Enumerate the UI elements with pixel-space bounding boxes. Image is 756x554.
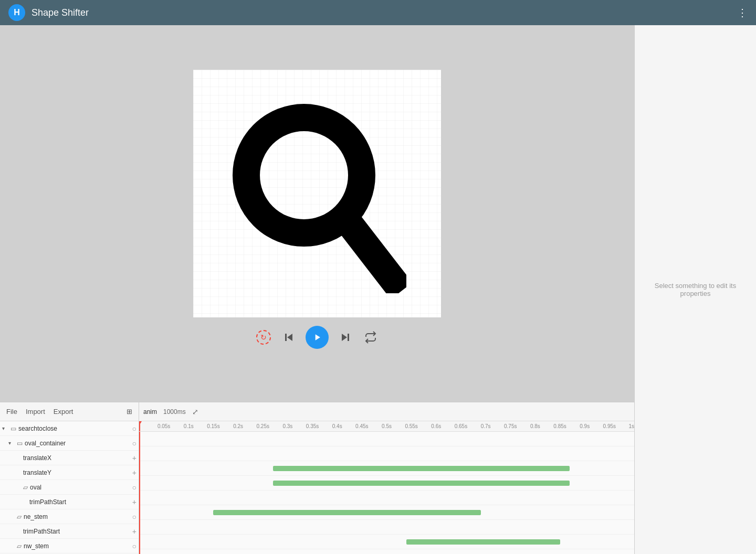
layer-item[interactable]: ▱ nw_stem ○ [0, 539, 139, 553]
visibility-icon[interactable]: ○ [132, 483, 136, 492]
time-marker: 0.95s [603, 423, 616, 429]
add-keyframe-icon[interactable]: + [132, 498, 136, 506]
reset-button[interactable]: ↻ [255, 329, 272, 346]
time-marker: 0.6s [431, 423, 441, 429]
time-marker: 0.3s [282, 423, 292, 429]
add-keyframe-icon[interactable]: + [132, 454, 136, 462]
layer-item[interactable]: trimPathStart + [0, 495, 139, 509]
layer-name: oval_container [25, 440, 130, 447]
svg-marker-4 [287, 334, 292, 341]
time-marker: 0.55s [405, 423, 417, 429]
track-row [139, 505, 634, 520]
visibility-icon[interactable]: ○ [132, 513, 136, 521]
time-marker: 0.8s [530, 423, 540, 429]
chevron-down-icon: ▾ [8, 440, 15, 446]
visibility-icon[interactable]: ○ [132, 424, 136, 433]
playhead-triangle [139, 421, 142, 425]
path-icon: ▱ [17, 513, 22, 520]
svg-marker-7 [342, 334, 347, 341]
svg-marker-5 [316, 334, 320, 340]
track-rows-container [139, 432, 634, 554]
file-button[interactable]: File [4, 407, 19, 417]
track-row [139, 461, 634, 476]
play-button[interactable] [306, 326, 329, 349]
anim-label: anim [143, 408, 157, 416]
add-keyframe-icon[interactable]: + [132, 527, 136, 536]
time-marker: 0.9s [580, 423, 590, 429]
layer-name: oval [30, 484, 130, 491]
svg-rect-3 [285, 334, 287, 341]
time-ruler: 0.05s 0.1s 0.15s 0.2s 0.25s 0.3s 0.35s 0… [139, 421, 634, 432]
layer-item[interactable]: translateY + [0, 465, 139, 480]
layer-name: searchtoclose [18, 425, 130, 432]
time-marker: 0.1s [184, 423, 194, 429]
path-icon: ▱ [17, 542, 22, 550]
playback-controls: ↻ [247, 317, 387, 357]
track-row [139, 476, 634, 491]
group-icon: ▭ [10, 425, 16, 432]
app-title: Shape Shifter [32, 7, 89, 18]
layer-name: trimPathStart [29, 498, 130, 506]
properties-panel: Select something to edit its properties [634, 25, 756, 554]
track-bar [273, 466, 570, 471]
anim-duration: 1000ms [163, 408, 186, 416]
skip-forward-icon [339, 331, 352, 344]
add-keyframe-icon[interactable]: + [132, 468, 136, 477]
track-row [139, 549, 634, 554]
layer-item[interactable]: ▱ oval ○ [0, 480, 139, 495]
track-row [139, 520, 634, 535]
timeline-tracks-area[interactable]: 0.05s 0.1s 0.15s 0.2s 0.25s 0.3s 0.35s 0… [139, 421, 634, 554]
visibility-icon[interactable]: ○ [132, 439, 136, 448]
visibility-icon[interactable]: ○ [132, 542, 136, 550]
time-marker: 1s [628, 423, 634, 429]
track-row [139, 535, 634, 549]
layer-item[interactable]: translateX + [0, 451, 139, 465]
time-marker: 0.05s [158, 423, 170, 429]
time-marker: 0.75s [504, 423, 517, 429]
search-icon-canvas [228, 94, 406, 293]
layer-name: ne_stem [24, 513, 130, 520]
layer-item[interactable]: trimPathStart + [0, 524, 139, 539]
layer-name: translateY [23, 469, 130, 476]
import-button[interactable]: Import [24, 407, 47, 417]
time-marker: 0.65s [455, 423, 467, 429]
add-layer-button[interactable]: ⊞ [124, 407, 134, 417]
skip-back-button[interactable] [280, 329, 297, 346]
timeline-layers-panel: File Import Export ⊞ ▾ ▭ searchtoclose ○ [0, 402, 139, 554]
track-row [139, 446, 634, 461]
layer-item[interactable]: ▾ ▭ oval_container ○ [0, 436, 139, 451]
timeline-section: File Import Export ⊞ ▾ ▭ searchtoclose ○ [0, 402, 634, 554]
layer-item[interactable]: ▾ ▭ searchtoclose ○ [0, 421, 139, 436]
app-logo: H [8, 4, 25, 21]
time-marker: 0.35s [306, 423, 319, 429]
loop-button[interactable] [362, 329, 379, 346]
path-icon: ▱ [23, 484, 28, 491]
timeline-toolbar: File Import Export ⊞ [0, 402, 139, 421]
timeline-tracks-panel: anim 1000ms ⤢ 0.05s 0.1s 0.15s [139, 402, 634, 554]
track-bar [213, 510, 480, 515]
app-header: H Shape Shifter ⋮ [0, 0, 756, 25]
track-row [139, 432, 634, 446]
properties-placeholder: Select something to edit its properties [635, 273, 756, 306]
canvas-wrapper [193, 70, 441, 317]
left-panel: ↻ [0, 25, 634, 554]
svg-line-2 [349, 222, 393, 280]
layer-item[interactable]: ▱ ne_stem ○ [0, 509, 139, 524]
time-marker: 0.4s [332, 423, 342, 429]
menu-icon[interactable]: ⋮ [737, 6, 748, 19]
time-marker: 0.25s [257, 423, 269, 429]
time-marker: 0.15s [207, 423, 219, 429]
group-icon: ▭ [17, 440, 23, 447]
canvas-area: ↻ [0, 25, 634, 402]
expand-icon[interactable]: ⤢ [192, 408, 198, 416]
timeline-layers-list: ▾ ▭ searchtoclose ○ ▾ ▭ oval_container ○ [0, 421, 139, 554]
track-row [139, 491, 634, 505]
skip-forward-button[interactable] [337, 329, 354, 346]
layer-name: trimPathStart [23, 528, 130, 535]
time-marker: 0.7s [481, 423, 491, 429]
layer-name: translateX [23, 454, 130, 462]
play-icon [312, 332, 322, 343]
main-area: ↻ [0, 25, 756, 554]
reset-icon: ↻ [256, 330, 271, 345]
export-button[interactable]: Export [51, 407, 76, 417]
